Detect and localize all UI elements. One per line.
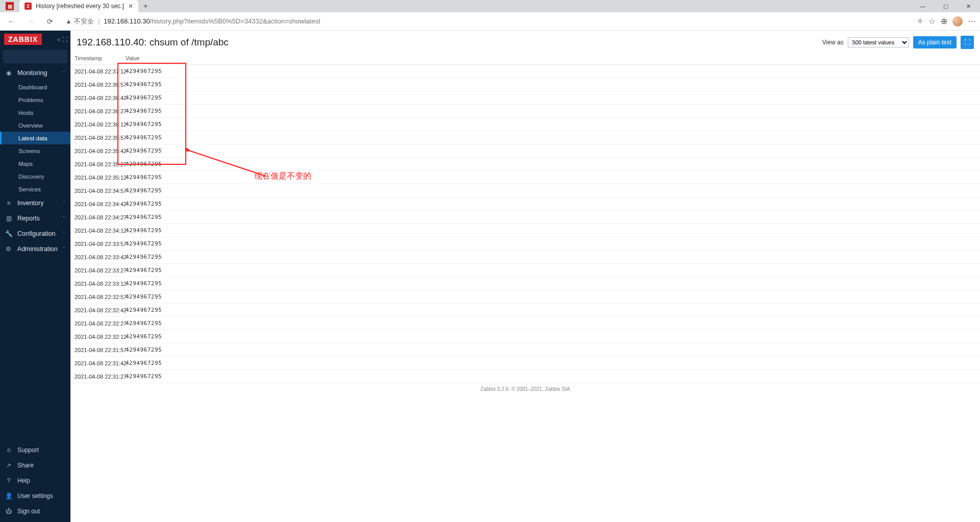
nav-inventory[interactable]: ≡ Inventory ˅: [0, 195, 70, 211]
table-row[interactable]: 2021-04-08 22:36:274294967295: [70, 105, 980, 118]
sidebar-item-discovery[interactable]: Discovery: [0, 170, 70, 183]
cell-value: 4294967295: [121, 370, 980, 383]
nav-back-button[interactable]: ←: [4, 14, 18, 29]
sidebar-bottom-label: Sign out: [17, 508, 40, 515]
table-row[interactable]: 2021-04-08 22:32:424294967295: [70, 304, 980, 317]
nav-administration[interactable]: ⚙ Administration ˅: [0, 241, 70, 257]
nav-monitoring[interactable]: ◉ Monitoring ˄: [0, 65, 70, 81]
sidebar-support[interactable]: ⎋Support: [0, 442, 70, 458]
cell-timestamp: 2021-04-08 22:36:57: [70, 78, 121, 91]
sidebar-item-latest-data[interactable]: Latest data: [0, 132, 70, 144]
app-icon: ▦: [0, 0, 19, 12]
table-row[interactable]: 2021-04-08 22:33:124294967295: [70, 277, 980, 290]
page-title: 192.168.110.40: chsum of /tmp/abc: [77, 37, 229, 48]
sidebar-item-problems[interactable]: Problems: [0, 93, 70, 106]
chevron-down-icon: ˅: [63, 231, 65, 236]
table-row[interactable]: 2021-04-08 22:31:274294967295: [70, 370, 980, 383]
table-row[interactable]: 2021-04-08 22:35:274294967295: [70, 158, 980, 171]
cell-value: 4294967295: [121, 65, 980, 78]
sidebar-item-dashboard[interactable]: Dashboard: [0, 81, 70, 93]
browser-menu-icon[interactable]: ⋯: [968, 16, 976, 26]
nav-reload-button[interactable]: ⟳: [43, 14, 57, 29]
addressbar-actions: ✧ ☆ ⊕ ⋯: [917, 16, 976, 27]
table-row[interactable]: 2021-04-08 22:37:124294967295: [70, 65, 980, 78]
sidebar-item-services[interactable]: Services: [0, 183, 70, 195]
favorite-icon[interactable]: ☆: [928, 16, 936, 26]
nav-reports[interactable]: ▥ Reports ˅: [0, 211, 70, 226]
cell-value: 4294967295: [121, 357, 980, 370]
cell-timestamp: 2021-04-08 22:31:27: [70, 370, 121, 383]
table-row[interactable]: 2021-04-08 22:34:574294967295: [70, 184, 980, 197]
reader-icon[interactable]: ✧: [917, 16, 923, 26]
table-row[interactable]: 2021-04-08 22:35:124294967295: [70, 171, 980, 184]
table-row[interactable]: 2021-04-08 22:31:574294967295: [70, 343, 980, 357]
nav-inventory-label: Inventory: [17, 200, 43, 207]
cell-timestamp: 2021-04-08 22:35:12: [70, 171, 121, 184]
url-host: 192.168.110.30: [104, 17, 150, 25]
cell-value: 4294967295: [121, 171, 980, 184]
sidebar-search[interactable]: 🔍: [3, 50, 67, 63]
table-row[interactable]: 2021-04-08 22:33:574294967295: [70, 237, 980, 251]
window-minimize-icon[interactable]: —: [911, 0, 934, 12]
window-close-icon[interactable]: ✕: [957, 0, 980, 12]
url-field[interactable]: ▲ 不安全 | 192.168.110.30/history.php?itemi…: [62, 17, 912, 26]
new-tab-button[interactable]: ＋: [138, 0, 153, 12]
main-content: 192.168.110.40: chsum of /tmp/abc View a…: [70, 31, 980, 522]
cell-timestamp: 2021-04-08 22:36:27: [70, 105, 121, 118]
table-row[interactable]: 2021-04-08 22:35:424294967295: [70, 144, 980, 158]
sidebar-help[interactable]: ?Help: [0, 473, 70, 488]
tab-favicon-icon: Z: [24, 3, 32, 10]
nav-forward-button[interactable]: →: [23, 14, 38, 29]
sidebar-item-hosts[interactable]: Hosts: [0, 106, 70, 119]
cell-timestamp: 2021-04-08 22:32:27: [70, 317, 121, 330]
table-row[interactable]: 2021-04-08 22:36:124294967295: [70, 118, 980, 131]
table-row[interactable]: 2021-04-08 22:34:424294967295: [70, 197, 980, 211]
url-separator: |: [98, 17, 100, 25]
sidebar-item-overview[interactable]: Overview: [0, 119, 70, 132]
table-row[interactable]: 2021-04-08 22:34:274294967295: [70, 211, 980, 224]
table-row[interactable]: 2021-04-08 22:33:424294967295: [70, 251, 980, 264]
table-row[interactable]: 2021-04-08 22:31:424294967295: [70, 357, 980, 370]
collections-icon[interactable]: ⊕: [941, 16, 947, 26]
nav-configuration-label: Configuration: [17, 230, 55, 237]
sidebar-share[interactable]: ↗Share: [0, 458, 70, 473]
cell-value: 4294967295: [121, 105, 980, 118]
user-icon: 👤: [5, 492, 12, 500]
table-row[interactable]: 2021-04-08 22:32:124294967295: [70, 330, 980, 343]
table-row[interactable]: 2021-04-08 22:34:124294967295: [70, 224, 980, 237]
cell-value: 4294967295: [121, 237, 980, 251]
nav-monitoring-label: Monitoring: [17, 69, 47, 77]
sidebar-user-settings[interactable]: 👤User settings: [0, 488, 70, 504]
table-row[interactable]: 2021-04-08 22:36:424294967295: [70, 91, 980, 105]
cell-value: 4294967295: [121, 330, 980, 343]
table-row[interactable]: 2021-04-08 22:35:574294967295: [70, 131, 980, 144]
browser-tab[interactable]: Z History [refreshed every 30 sec.] ✕: [19, 0, 138, 12]
zabbix-logo[interactable]: ZABBIX: [4, 34, 42, 45]
table-header-row: Timestamp Value: [70, 52, 980, 65]
chevron-down-icon: ˅: [63, 216, 65, 221]
chevron-up-icon: ˄: [63, 70, 65, 76]
cell-timestamp: 2021-04-08 22:34:27: [70, 211, 121, 224]
table-row[interactable]: 2021-04-08 22:33:274294967295: [70, 264, 980, 277]
table-row[interactable]: 2021-04-08 22:36:574294967295: [70, 78, 980, 91]
cell-timestamp: 2021-04-08 22:35:57: [70, 131, 121, 144]
window-maximize-icon[interactable]: ▢: [934, 0, 957, 12]
table-row[interactable]: 2021-04-08 22:32:274294967295: [70, 317, 980, 330]
tab-close-icon[interactable]: ✕: [128, 3, 133, 10]
view-as-select[interactable]: 500 latest values: [848, 37, 909, 47]
nav-monitoring-group: ◉ Monitoring ˄ DashboardProblemsHostsOve…: [0, 65, 70, 195]
cell-value: 4294967295: [121, 251, 980, 264]
app: ZABBIX « ⛶ 🔍 ◉ Monitoring ˄ DashboardPro…: [0, 31, 980, 522]
sidebar-item-maps[interactable]: Maps: [0, 157, 70, 170]
url-path: /history.php?itemids%5B0%5D=34332&action…: [150, 17, 321, 25]
sidebar-sign-out[interactable]: ⏻Sign out: [0, 504, 70, 519]
as-plain-text-button[interactable]: As plain text: [913, 36, 957, 48]
table-row[interactable]: 2021-04-08 22:32:574294967295: [70, 290, 980, 304]
sidebar-collapse-icons[interactable]: « ⛶: [57, 36, 67, 42]
fullscreen-button[interactable]: ⛶: [961, 36, 974, 49]
profile-avatar-icon[interactable]: [952, 16, 963, 27]
cell-value: 4294967295: [121, 264, 980, 277]
nav-configuration[interactable]: 🔧 Configuration ˅: [0, 226, 70, 241]
chevron-down-icon: ˅: [63, 201, 65, 206]
sidebar-item-screens[interactable]: Screens: [0, 144, 70, 157]
